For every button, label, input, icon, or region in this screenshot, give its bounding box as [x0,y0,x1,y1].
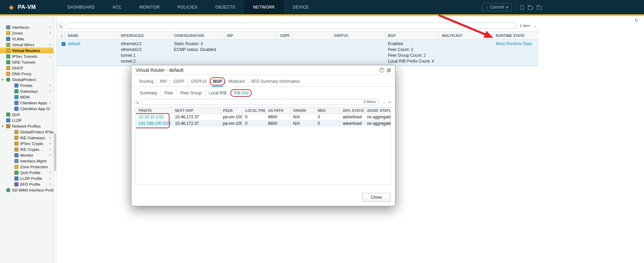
col-local-pref[interactable]: LOCAL PREF. [242,107,265,114]
rib-out-row[interactable]: 192.168.100.0/24 10.46.172.37 pa-vm-100 … [136,120,391,127]
col-configuration[interactable]: CONFIGURATION [171,32,224,39]
scrollbar-thumb[interactable] [54,133,56,171]
sidebar-item-vlans[interactable]: VLANs [0,36,53,42]
subtab-peer[interactable]: Peer [161,90,176,96]
sidebar-item-ike-gateways[interactable]: IKE Gateways [0,135,53,141]
sidebar-item-globalprotect[interactable]: ▾GlobalProtect [0,77,53,82]
item-dot [49,102,51,104]
nav-network[interactable]: NETWORK [244,0,284,14]
col-runtime-stats[interactable]: RUNTIME STATS [493,32,539,39]
nav-device[interactable]: DEVICE [284,0,318,14]
tab-multicast[interactable]: Multicast [225,78,248,87]
sidebar-item-bfd-profile[interactable]: BFD Profile [0,181,53,187]
portals-icon [14,83,18,88]
sidebar-item-mdm[interactable]: MDM [0,94,53,100]
sidebar-item-qos[interactable]: QoS [0,111,53,117]
sidebar-item-globalprotect-ipsec-crypto[interactable]: GlobalProtect IPSec Crypto [0,129,53,135]
sidebar-item-zone-protection[interactable]: Zone Protection [0,164,53,170]
sidebar-item-gre-tunnels[interactable]: GRE Tunnels [0,59,53,65]
clientless-app-groups-icon [14,107,18,111]
tab-ospfv3[interactable]: OSPFv3 [188,78,210,87]
prefix-link[interactable]: 10.10.10.1/32 [139,115,164,119]
refresh-icon[interactable]: ↻ [634,17,639,23]
sidebar-item-lldp[interactable]: LLDP [0,117,53,123]
col-adv-status[interactable]: ADV. STATUS [340,107,364,114]
col-origin[interactable]: ORIGIN [290,107,315,114]
nav-monitor[interactable]: MONITOR [130,0,168,14]
sidebar-item-network-profiles[interactable]: ▾Network Profiles [0,123,53,129]
help-icon[interactable]: ? [379,68,384,73]
tab-routing[interactable]: Routing [136,78,156,87]
sidebar-item-dns-proxy[interactable]: DNS Proxy [0,71,53,77]
sidebar-item-portals[interactable]: Portals [0,82,53,88]
clear-filter-icon[interactable]: × [388,100,391,105]
prefix-link[interactable]: 192.168.100.0/24 [139,121,171,126]
sidebar-item-clientless-app-groups[interactable]: Clientless App Groups [0,106,53,111]
col-ospfv3[interactable]: OSPFV3 [331,32,385,39]
col-as-path[interactable]: AS PATH [265,107,290,114]
sidebar-item-sdwan-interface-profile[interactable]: SD-WAN Interface Profile [0,187,53,193]
apply-filter-arrow-icon[interactable]: → [381,100,386,105]
save-config-icon[interactable]: ✓ [528,6,533,10]
sidebar-item-interface-mgmt[interactable]: Interface Mgmt [0,158,53,164]
close-button[interactable]: Close [362,193,390,202]
sidebar-item-virtual-routers[interactable]: Virtual Routers [0,48,53,53]
subtab-local-rib[interactable]: Local RIB [205,90,230,96]
col-bgp[interactable]: BGP [385,32,439,39]
tab-bgp[interactable]: BGP [210,78,225,87]
docs-icon[interactable]: ▤ [387,68,391,72]
col-rip[interactable]: RIP [224,32,277,39]
sidebar-item-zones[interactable]: Zones [0,30,53,36]
vr-search-input[interactable] [65,23,517,29]
tab-rip[interactable]: RIP [156,78,170,87]
qos-icon [6,113,10,117]
col-next-hop[interactable]: NEXT HOP [172,107,220,114]
sidebar-item-ipsec-crypto[interactable]: IPSec Crypto [0,141,53,146]
subtab-rib-out[interactable]: RIB Out [230,90,252,96]
config-window-icon[interactable] [520,5,524,10]
collapse-caret-icon[interactable]: ▾ [2,78,6,81]
tab-ospf[interactable]: OSPF [170,78,188,87]
table-row[interactable]: ✓ default ethernet1/1 ethernet1/2 tunnel… [57,40,539,66]
sidebar-item-virtual-wires[interactable]: Virtual Wires [0,42,53,48]
tasks-icon[interactable]: → [537,6,542,10]
sidebar-item-interfaces[interactable]: Interfaces [0,24,53,30]
search-button[interactable] [57,23,63,29]
col-peer[interactable]: PEER [220,107,242,114]
nav-acc[interactable]: ACC [104,0,131,14]
col-name[interactable]: NAME [65,32,118,39]
commit-button[interactable]: ↓ Commit ▾ [482,3,512,11]
nav-objects[interactable]: OBJECTS [206,0,244,14]
col-interfaces[interactable]: INTERFACES [118,32,171,39]
col-aggr-status[interactable]: AGGR. STATUS [364,107,391,114]
sidebar-item-monitor[interactable]: Monitor [0,152,53,158]
col-ospf[interactable]: OSPF [277,32,331,39]
sidebar-item-dhcp[interactable]: DHCP [0,65,53,71]
vr-name-link[interactable]: default [68,41,80,46]
nav-policies[interactable]: POLICIES [168,0,206,14]
ipsec-crypto-icon [14,142,18,146]
nav-dashboard[interactable]: DASHBOARD [59,0,104,14]
collapse-caret-icon[interactable]: ▾ [2,124,6,128]
rib-out-row[interactable]: 10.10.10.1/32 10.46.172.37 pa-vm-100 0 6… [136,114,391,120]
sidebar-item-lldp-profile[interactable]: LLDP Profile [0,175,53,181]
subtab-summary[interactable]: Summary [136,90,161,96]
select-all-checkbox[interactable] [62,34,62,38]
more-runtime-stats-link[interactable]: More Runtime Stats [496,41,532,46]
sidebar-item-clientless-apps[interactable]: Clientless Apps [0,100,53,106]
sdwan-interface-profile-icon [6,188,10,192]
col-prefix[interactable]: PREFIX [136,107,172,114]
subtab-peer-group[interactable]: Peer Group [177,90,205,96]
rib-out-search-input[interactable] [140,99,379,105]
item-dot [49,32,51,34]
sidebar-item-gateways[interactable]: Gateways [0,88,53,94]
apply-filter-arrow-icon[interactable]: → [532,23,537,28]
sidebar-item-ipsec-tunnels[interactable]: IPSec Tunnels [0,53,53,59]
sidebar-item-qos-profile[interactable]: QoS Profile [0,170,53,175]
col-med[interactable]: MED [315,107,340,114]
sidebar-item-ike-crypto[interactable]: IKE Crypto [0,146,53,152]
tab-bfd-summary[interactable]: BFD Summary Information [248,78,303,87]
qos-profile-icon [14,171,18,175]
col-multicast[interactable]: MULTICAST [439,32,493,39]
sidebar-scrollbar[interactable] [54,16,57,263]
